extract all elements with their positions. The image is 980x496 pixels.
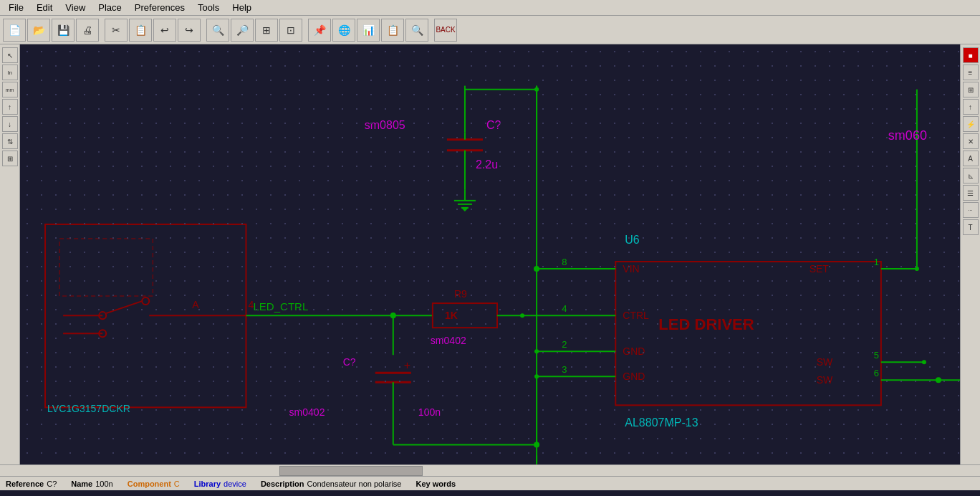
svg-text:GND: GND: [623, 345, 645, 357]
menu-preferences[interactable]: Preferences: [129, 1, 191, 14]
svg-rect-51: [433, 303, 497, 328]
svg-text:1K: 1K: [445, 310, 458, 321]
svg-text:SW: SW: [817, 374, 833, 386]
menu-place[interactable]: Place: [92, 1, 128, 14]
toolbar: 📄 📂 💾 🖨 ✂ 📋 ↩ ↪ 🔍 🔎 ⊞ ⊡ 📌 🌐 📊 📋 🔍 BACK: [0, 16, 980, 44]
right-tool-4[interactable]: ↑: [963, 99, 979, 115]
svg-text:3: 3: [562, 364, 567, 375]
svg-text:C?: C?: [486, 118, 501, 131]
toolbar-open[interactable]: 📂: [27, 19, 50, 42]
svg-text:100n: 100n: [418, 406, 441, 418]
svg-text:1: 1: [874, 257, 879, 267]
status-keywords-label: Key words: [415, 480, 456, 488]
svg-text:4: 4: [562, 303, 567, 314]
svg-text:sm0402: sm0402: [431, 335, 466, 346]
toolbar-netlist[interactable]: 🌐: [332, 19, 355, 42]
right-tool-3[interactable]: ⊞: [963, 82, 979, 97]
svg-text:VIN: VIN: [623, 263, 639, 275]
svg-text:sm060: sm060: [888, 128, 927, 143]
svg-text:sm0805: sm0805: [365, 118, 405, 131]
main-area: ↖ In mm ↑ ↓ ⇅ ⊞ sm0805: [0, 44, 980, 464]
toolbar-annotate[interactable]: 📋: [381, 19, 404, 42]
toolbar-new[interactable]: 📄: [3, 19, 26, 42]
svg-text:+: +: [404, 358, 410, 371]
svg-text:6: 6: [874, 368, 879, 378]
svg-marker-9: [461, 208, 469, 211]
left-sidebar: ↖ In mm ↑ ↓ ⇅ ⊞: [0, 44, 20, 464]
menubar: File Edit View Place Preferences Tools H…: [0, 0, 980, 16]
right-tool-9[interactable]: ☰: [963, 185, 979, 201]
status-name-label: Name: [71, 480, 92, 488]
menu-help[interactable]: Help: [226, 1, 257, 14]
right-tool-1[interactable]: ■: [963, 47, 979, 63]
toolbar-component[interactable]: 📌: [308, 19, 331, 42]
tool-arrow-down[interactable]: ↓: [2, 116, 18, 132]
svg-text:A: A: [192, 299, 199, 310]
toolbar-copy[interactable]: 📋: [129, 19, 152, 42]
status-component-value: C: [174, 480, 180, 488]
svg-rect-74: [59, 239, 153, 296]
svg-text:SET: SET: [810, 263, 830, 275]
svg-text:LED  DRIVER: LED DRIVER: [658, 315, 754, 333]
statusbar: Reference C? Name 100n Component C Libra…: [0, 476, 980, 490]
status-reference-value: C?: [47, 480, 57, 488]
svg-point-64: [534, 442, 539, 447]
svg-point-20: [534, 267, 539, 271]
svg-text:GND: GND: [623, 371, 645, 382]
menu-view[interactable]: View: [59, 1, 91, 14]
svg-text:2.2u: 2.2u: [476, 158, 498, 171]
toolbar-zoom-fit[interactable]: ⊞: [255, 19, 278, 42]
svg-line-77: [106, 301, 142, 313]
hscroll-thumb[interactable]: [279, 466, 423, 476]
canvas-area[interactable]: sm0805 C? 2.2u U6 LED DRIVER AL8807MP-13…: [20, 44, 960, 464]
toolbar-erc[interactable]: 🔍: [405, 19, 428, 42]
toolbar-zoom-in[interactable]: 🔍: [206, 19, 229, 42]
right-tool-10[interactable]: ···: [963, 202, 979, 218]
toolbar-zoom-out[interactable]: 🔎: [231, 19, 254, 42]
svg-text:AL8807MP-13: AL8807MP-13: [625, 416, 698, 429]
svg-point-41: [922, 360, 926, 364]
tool-mm[interactable]: mm: [2, 82, 18, 97]
svg-text:U6: U6: [625, 233, 640, 246]
menu-edit[interactable]: Edit: [31, 1, 58, 14]
toolbar-save[interactable]: 💾: [52, 19, 75, 42]
menu-tools[interactable]: Tools: [192, 1, 225, 14]
right-tool-2[interactable]: ≡: [963, 65, 979, 80]
tool-mirror[interactable]: ⇅: [2, 133, 18, 149]
svg-text:5: 5: [874, 350, 879, 361]
status-name-value: 100n: [95, 480, 112, 488]
status-description-label: Description: [261, 480, 304, 488]
svg-text:SW: SW: [817, 356, 833, 368]
menu-file[interactable]: File: [3, 1, 29, 14]
status-description-value: Condensateur non polarise: [307, 480, 401, 488]
right-tool-5[interactable]: ⚡: [963, 116, 979, 132]
right-tool-6[interactable]: ✕: [963, 133, 979, 149]
svg-text:LVC1G3157DCKR: LVC1G3157DCKR: [47, 403, 130, 414]
status-reference-label: Reference: [6, 480, 44, 488]
right-tool-11[interactable]: T: [963, 219, 979, 235]
svg-text:CTRL: CTRL: [623, 310, 649, 321]
toolbar-cut[interactable]: ✂: [105, 19, 128, 42]
svg-text:C?: C?: [343, 356, 356, 368]
svg-point-78: [142, 297, 149, 305]
schematic-svg: sm0805 C? 2.2u U6 LED DRIVER AL8807MP-13…: [20, 44, 960, 464]
toolbar-back[interactable]: BACK: [434, 19, 457, 42]
tool-select[interactable]: ↖: [2, 47, 18, 63]
toolbar-zoom-area[interactable]: ⊡: [279, 19, 302, 42]
svg-text:2: 2: [562, 339, 567, 350]
toolbar-undo[interactable]: ↩: [153, 19, 176, 42]
tool-arrow-up[interactable]: ↑: [2, 99, 18, 115]
svg-text:sm0402: sm0402: [289, 406, 325, 418]
toolbar-print[interactable]: 🖨: [76, 19, 99, 42]
toolbar-redo[interactable]: ↪: [178, 19, 201, 42]
horizontal-scrollbar[interactable]: [0, 464, 980, 476]
tool-in[interactable]: In: [2, 65, 18, 80]
toolbar-bom[interactable]: 📊: [357, 19, 380, 42]
status-library-value: device: [224, 480, 246, 488]
right-tool-7[interactable]: A: [963, 151, 979, 166]
svg-text:4: 4: [248, 299, 254, 310]
tool-snap[interactable]: ⊞: [2, 151, 18, 166]
status-component-label: Component: [128, 480, 171, 488]
right-tool-8[interactable]: ⊾: [963, 168, 979, 183]
svg-text:R9: R9: [454, 288, 467, 300]
